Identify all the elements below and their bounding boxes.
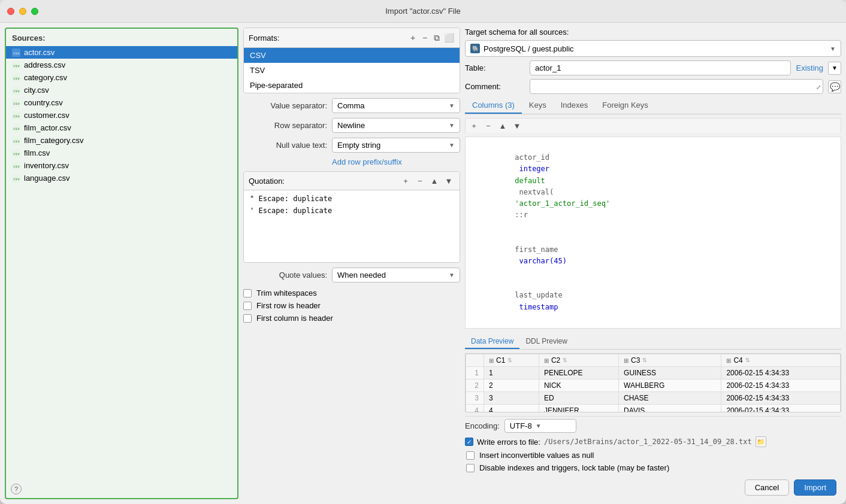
source-item[interactable]: csvaddress.csv xyxy=(6,59,237,71)
right-panel: Target schema for all sources: 🐘 Postgre… xyxy=(465,23,846,504)
chevron-down-icon: ▼ xyxy=(830,45,836,52)
value-separator-value: Comma xyxy=(337,101,365,110)
first-col-header-row[interactable]: First column is header xyxy=(243,314,460,323)
settings-format-button[interactable]: ⬜ xyxy=(443,32,455,44)
tab-indexes[interactable]: Indexes xyxy=(554,98,596,114)
middle-panel: Formats: + − ⧉ ⬜ CSVTSVPipe-separated Va… xyxy=(243,23,465,504)
table-row: 22NICKWAHLBERG2006-02-15 4:34:33 xyxy=(466,379,841,392)
traffic-lights xyxy=(7,8,38,15)
comment-row: Comment: ⤢ 💬 xyxy=(465,79,841,94)
trim-whitespaces-row[interactable]: Trim whitespaces xyxy=(243,289,460,297)
title-bar: Import "actor.csv" File xyxy=(0,0,846,23)
table-input[interactable] xyxy=(530,60,791,75)
remove-format-button[interactable]: − xyxy=(419,32,431,44)
ddl-line-2: first_name varchar(45) xyxy=(472,233,835,279)
tab-foreign-keys[interactable]: Foreign Keys xyxy=(595,98,655,114)
col-header-c1[interactable]: ⊞C1⇅ xyxy=(484,354,539,367)
table-cell-c2: ED xyxy=(539,392,618,405)
source-item[interactable]: csvcustomer.csv xyxy=(6,109,237,122)
source-item[interactable]: csvactor.csv xyxy=(6,46,237,59)
col-header-c2[interactable]: ⊞C2⇅ xyxy=(539,354,618,367)
maximize-button[interactable] xyxy=(31,8,38,15)
source-item[interactable]: csvfilm.csv xyxy=(6,147,237,159)
encoding-row: Encoding: UTF-8 ▼ xyxy=(465,419,841,433)
preview-tab-data-preview[interactable]: Data Preview xyxy=(465,335,519,349)
source-item[interactable]: csvcategory.csv xyxy=(6,71,237,84)
row-number: 3 xyxy=(466,392,484,405)
comment-input[interactable] xyxy=(530,79,823,94)
row-number: 2 xyxy=(466,379,484,392)
add-row-prefix-link[interactable]: Add row prefix/suffix xyxy=(243,157,460,166)
up-column-button[interactable]: ▲ xyxy=(497,120,509,132)
source-item[interactable]: csvfilm_actor.csv xyxy=(6,122,237,134)
comment-expand-button[interactable]: 💬 xyxy=(828,80,841,93)
null-value-value: Empty string xyxy=(337,141,380,150)
expand-icon: ⤢ xyxy=(816,83,821,90)
first-row-header-label: First row is header xyxy=(256,301,321,310)
quote-values-dropdown[interactable]: When needed ▼ xyxy=(332,268,460,283)
csv-file-icon: csv xyxy=(12,174,20,183)
csv-file-icon: csv xyxy=(12,111,20,120)
close-button[interactable] xyxy=(7,8,14,15)
first-row-header-checkbox[interactable] xyxy=(243,302,252,310)
source-item[interactable]: csvcity.csv xyxy=(6,84,237,96)
disable-indexes-row[interactable]: Disable indexes and triggers, lock table… xyxy=(465,463,841,472)
format-item[interactable]: CSV xyxy=(244,48,460,63)
existing-button[interactable]: Existing xyxy=(796,63,823,72)
encoding-value: UTF-8 xyxy=(510,421,532,430)
tab-columns-3[interactable]: Columns (3) xyxy=(465,98,522,114)
source-item[interactable]: csvfilm_category.csv xyxy=(6,134,237,147)
value-separator-dropdown[interactable]: Comma ▼ xyxy=(332,98,460,113)
null-value-dropdown[interactable]: Empty string ▼ xyxy=(332,138,460,153)
formats-header: Formats: + − ⧉ ⬜ xyxy=(244,28,460,48)
copy-format-button[interactable]: ⧉ xyxy=(431,32,443,44)
down-quotation-button[interactable]: ▼ xyxy=(443,175,455,187)
add-format-button[interactable]: + xyxy=(407,32,419,44)
left-panel: Sources: csvactor.csvcsvaddress.csvcsvca… xyxy=(5,28,238,499)
browse-folder-button[interactable]: 📁 xyxy=(756,436,766,447)
col-header-c3[interactable]: ⊞C3⇅ xyxy=(619,354,721,367)
format-item[interactable]: TSV xyxy=(244,63,460,78)
target-schema-row: Target schema for all sources: xyxy=(465,28,841,37)
first-col-header-checkbox[interactable] xyxy=(243,314,252,323)
import-button[interactable]: Import xyxy=(794,479,836,496)
down-column-button[interactable]: ▼ xyxy=(511,120,523,132)
trim-whitespaces-checkbox[interactable] xyxy=(243,289,252,297)
format-item[interactable]: Pipe-separated xyxy=(244,78,460,93)
trim-whitespaces-label: Trim whitespaces xyxy=(256,289,317,297)
remove-column-button[interactable]: − xyxy=(482,120,494,132)
add-column-button[interactable]: + xyxy=(468,120,480,132)
comment-label: Comment: xyxy=(465,82,525,91)
svg-text:csv: csv xyxy=(13,114,20,118)
source-item[interactable]: csvlanguage.csv xyxy=(6,172,237,184)
write-errors-label: Write errors to file: xyxy=(477,438,540,447)
help-button[interactable]: ? xyxy=(11,484,22,494)
row-separator-dropdown[interactable]: Newline ▼ xyxy=(332,118,460,133)
first-row-header-row[interactable]: First row is header xyxy=(243,301,460,310)
encoding-dropdown[interactable]: UTF-8 ▼ xyxy=(504,419,576,433)
col-header-c4[interactable]: ⊞C4⇅ xyxy=(721,354,841,367)
schema-dropdown[interactable]: 🐘 PostgreSQL / guest.public ▼ xyxy=(465,40,841,57)
window-title: Import "actor.csv" File xyxy=(385,7,461,16)
cancel-button[interactable]: Cancel xyxy=(745,479,789,496)
write-errors-checkbox[interactable]: ✓ xyxy=(465,438,473,446)
source-item[interactable]: csvcountry.csv xyxy=(6,96,237,109)
preview-tab-ddl-preview[interactable]: DDL Preview xyxy=(519,335,573,349)
svg-text:csv: csv xyxy=(13,177,20,181)
remove-quotation-button[interactable]: − xyxy=(414,175,426,187)
add-quotation-button[interactable]: + xyxy=(400,175,412,187)
insert-null-checkbox[interactable] xyxy=(466,451,475,460)
chevron-down-icon: ▼ xyxy=(536,423,542,429)
row-num-header xyxy=(466,354,484,367)
value-separator-row: Value separator: Comma ▼ xyxy=(243,98,460,113)
up-quotation-button[interactable]: ▲ xyxy=(428,175,440,187)
source-item[interactable]: csvinventory.csv xyxy=(6,159,237,172)
disable-indexes-checkbox[interactable] xyxy=(466,464,475,472)
insert-null-row[interactable]: Insert inconvertible values as null xyxy=(465,451,841,460)
expand-table-button[interactable]: ▼ xyxy=(828,62,841,75)
minimize-button[interactable] xyxy=(19,8,26,15)
svg-text:csv: csv xyxy=(13,76,20,80)
quotation-item[interactable]: " Escape: duplicate xyxy=(244,193,460,205)
quotation-item[interactable]: ' Escape: duplicate xyxy=(244,205,460,217)
tab-keys[interactable]: Keys xyxy=(522,98,554,114)
